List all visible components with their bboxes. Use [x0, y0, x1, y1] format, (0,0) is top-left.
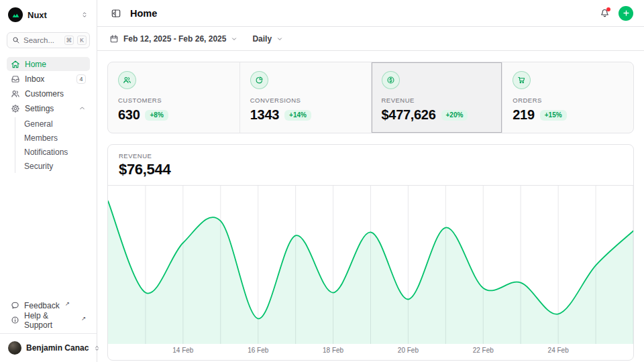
add-button[interactable]: [619, 6, 633, 21]
revenue-chart-card: REVENUE $76,544 14 Feb16 Feb18 Feb20 Feb…: [107, 144, 634, 361]
x-axis-tick-label: 14 Feb: [172, 347, 193, 354]
users-icon: [118, 71, 136, 89]
top-header: Home: [97, 0, 644, 27]
kbd-k: K: [77, 36, 87, 45]
chart-metric-value: $76,544: [119, 161, 623, 178]
sidebar-item-notifications[interactable]: Notifications: [24, 145, 90, 159]
sidebar-item-general[interactable]: General: [24, 117, 90, 131]
chart-metric-label: REVENUE: [119, 152, 623, 160]
currency-dollar-icon: [382, 71, 400, 89]
search-input[interactable]: Search... ⌘ K: [7, 32, 90, 48]
sidebar-item-customers[interactable]: Customers: [7, 86, 90, 101]
chart-header: REVENUE $76,544: [108, 145, 633, 185]
kbd-meta: ⌘: [64, 36, 74, 45]
search-icon: [12, 36, 20, 44]
nuxt-logo-icon: [8, 7, 23, 22]
date-range-value: Feb 12, 2025 - Feb 26, 2025: [123, 34, 226, 44]
stat-delta-badge: +20%: [441, 110, 468, 121]
user-menu[interactable]: Benjamin Canac: [7, 339, 90, 357]
content-area: CUSTOMERS 630 +8% CONVERSIONS: [97, 51, 644, 362]
gear-icon: [11, 104, 20, 113]
stat-value: 219: [513, 107, 534, 123]
chat-bubble-icon: [11, 301, 19, 310]
stat-value: 1343: [250, 107, 279, 123]
stats-row: CUSTOMERS 630 +8% CONVERSIONS: [107, 62, 634, 133]
user-avatar: [8, 341, 21, 355]
stat-card-revenue[interactable]: REVENUE $477,626 +20%: [371, 62, 502, 133]
notification-dot: [606, 7, 610, 11]
shopping-cart-icon: [513, 71, 531, 89]
sidebar-item-label: Home: [25, 60, 86, 69]
chevron-down-icon: [276, 36, 283, 42]
sidebar-nav: Home Inbox 4 C: [7, 57, 90, 174]
sidebar-item-settings[interactable]: Settings: [7, 101, 90, 115]
inbox-count-badge: 4: [76, 74, 86, 84]
external-link-icon: ↗: [81, 315, 86, 322]
x-axis-tick-label: 24 Feb: [548, 347, 569, 354]
sidebar-item-members[interactable]: Members: [24, 131, 90, 145]
x-axis-tick-label: 20 Feb: [398, 347, 419, 354]
workspace-name: Nuxt: [28, 10, 76, 20]
period-select[interactable]: Daily: [251, 32, 284, 46]
sidebar-item-label: Inbox: [25, 74, 72, 84]
help-support-label: Help & Support: [24, 311, 76, 330]
chart-pie-icon: [250, 71, 268, 89]
stat-value: 630: [118, 107, 140, 123]
sidebar-item-inbox[interactable]: Inbox 4: [7, 72, 90, 86]
x-axis-tick-label: 16 Feb: [248, 347, 268, 354]
sidebar-item-label: Customers: [25, 89, 86, 99]
date-range-picker[interactable]: Feb 12, 2025 - Feb 26, 2025: [108, 32, 239, 46]
page-title: Home: [130, 8, 590, 19]
stat-delta-badge: +15%: [540, 110, 567, 121]
calendar-icon: [109, 34, 119, 44]
chevron-up-icon: [78, 105, 86, 112]
stat-label: CUSTOMERS: [118, 97, 229, 104]
app-window: Nuxt Search... ⌘ K: [0, 0, 644, 362]
stat-delta-badge: +14%: [284, 110, 311, 121]
external-link-icon: ↗: [65, 300, 70, 307]
stat-card-orders[interactable]: ORDERS 219 +15%: [502, 62, 633, 133]
sidebar-item-security[interactable]: Security: [24, 160, 90, 173]
info-circle-icon: [11, 316, 19, 324]
stat-card-customers[interactable]: CUSTOMERS 630 +8%: [108, 62, 239, 133]
sidebar-item-label: Settings: [25, 104, 74, 113]
stat-label: ORDERS: [513, 97, 623, 104]
chart-x-axis: 14 Feb16 Feb18 Feb20 Feb22 Feb24 Feb: [108, 344, 633, 358]
sidebar-item-home[interactable]: Home: [7, 57, 90, 71]
search-placeholder: Search...: [23, 36, 61, 44]
users-icon: [11, 89, 20, 99]
stat-delta-badge: +8%: [145, 110, 168, 121]
stat-card-conversions[interactable]: CONVERSIONS 1343 +14%: [239, 62, 371, 133]
x-axis-tick-label: 18 Feb: [323, 347, 343, 354]
inbox-icon: [11, 74, 20, 84]
home-icon: [11, 60, 20, 69]
period-value: Daily: [252, 34, 272, 44]
main-panel: Home: [97, 0, 644, 362]
workspace-switcher[interactable]: Nuxt: [7, 5, 90, 24]
stat-value: $477,626: [382, 107, 436, 123]
notifications-button[interactable]: [596, 5, 612, 21]
chevron-down-icon: [231, 36, 237, 42]
help-support-link[interactable]: Help & Support ↗: [7, 313, 90, 327]
sidebar-footer: Feedback ↗ Help & Support ↗ Benjamin Can…: [7, 298, 90, 357]
stat-label: REVENUE: [382, 97, 492, 104]
revenue-area-chart: [108, 186, 633, 344]
x-axis-tick-label: 22 Feb: [473, 347, 494, 354]
stat-label: CONVERSIONS: [250, 97, 361, 104]
sidebar-divider: [0, 333, 97, 334]
collapse-sidebar-button[interactable]: [108, 5, 124, 21]
chart-plot-area[interactable]: [108, 185, 633, 344]
filter-toolbar: Feb 12, 2025 - Feb 26, 2025 Daily: [97, 27, 644, 51]
feedback-label: Feedback: [24, 301, 60, 310]
settings-submenu: General Members Notifications Security: [15, 117, 90, 173]
user-name: Benjamin Canac: [26, 343, 89, 353]
chevron-up-down-icon: [80, 11, 89, 19]
sidebar: Nuxt Search... ⌘ K: [0, 0, 97, 362]
